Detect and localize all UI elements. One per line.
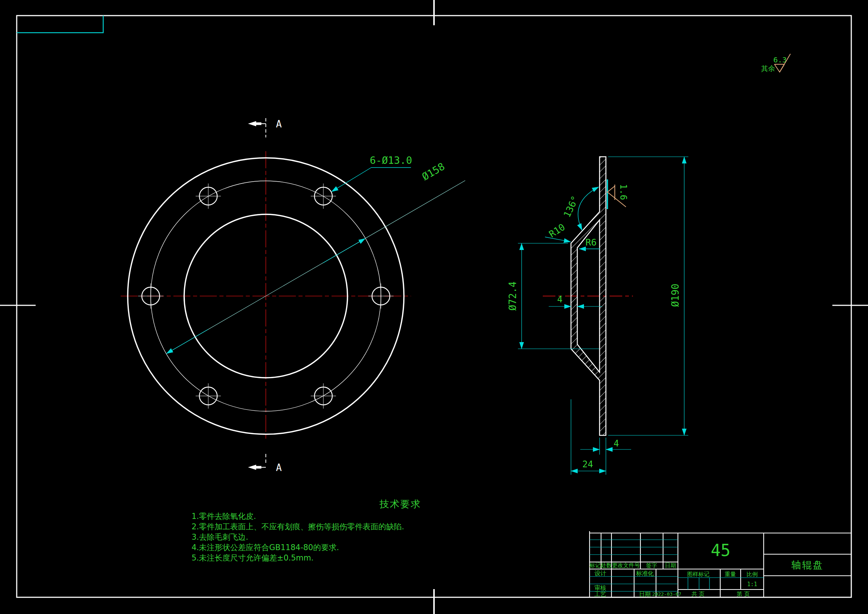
outer-diameter-label: Ø190 xyxy=(670,284,681,307)
side-roughness-value: 1.6 xyxy=(618,184,629,200)
fillet-outer-dimension: R10 xyxy=(545,221,570,242)
tech-item-5: 5.未注长度尺寸允许偏差±0.5mm. xyxy=(192,553,314,563)
frame-corner-box xyxy=(17,16,103,33)
rev-header-mark: 标记 xyxy=(589,562,601,569)
sheet-number-label: 第 页 xyxy=(737,591,750,597)
section-letter-top: A xyxy=(276,118,282,130)
process-label: 工艺 xyxy=(594,591,606,598)
material-value: 45 xyxy=(711,541,731,560)
hub-wall-label: 4 xyxy=(557,294,563,305)
weight-label: 重量 xyxy=(725,571,736,578)
tech-requirements-title: 技术要求 xyxy=(380,499,421,510)
section-mark-bottom: A xyxy=(248,454,282,473)
drawing-canvas: 其余 6.3 6-Ø13.0 xyxy=(0,0,868,614)
stamp-label: 图样标记 xyxy=(687,571,710,578)
bolt-circle-dimension: Ø158 xyxy=(166,160,465,354)
scale-value: 1:1 xyxy=(747,581,757,588)
holes-dimension: 6-Ø13.0 xyxy=(332,154,412,192)
total-sheets-label: 共 页 xyxy=(692,591,705,597)
section-mark-top: A xyxy=(248,118,282,137)
tech-item-4: 4.未注形状公差应符合GB1184-80的要求. xyxy=(192,543,339,552)
fillet-inner-label: R6 xyxy=(586,237,597,248)
default-roughness-note: 其余 6.3 xyxy=(761,54,790,72)
rev-header-docno: 更改文件号 xyxy=(612,562,640,569)
rev-header-sign: 签字 xyxy=(646,562,657,569)
depth-label: 24 xyxy=(583,459,593,469)
roughness-prefix: 其余 xyxy=(761,64,775,72)
date-value: 2022-03-07 xyxy=(652,591,681,597)
hub-diameter-label: Ø72.4 xyxy=(507,281,518,311)
tech-item-1: 1.零件去除氧化皮. xyxy=(192,512,256,521)
section-letter-bottom: A xyxy=(276,462,282,473)
scale-label: 比例 xyxy=(747,571,758,578)
rev-header-date: 日期 xyxy=(665,562,676,569)
tech-item-2: 2.零件加工表面上、不应有划痕、擦伤等损伤零件表面的缺陷. xyxy=(192,522,404,531)
scale-strip: 图样标记 重量 比例 1:1 共 页 第 页 xyxy=(687,571,758,597)
technical-requirements: 技术要求 1.零件去除氧化皮. 2.零件加工表面上、不应有划痕、擦伤等损伤零件表… xyxy=(192,499,421,563)
side-roughness: 1.6 xyxy=(608,179,629,209)
fillet-outer-label: R10 xyxy=(547,221,567,239)
tech-item-3: 3.去除毛刺飞边. xyxy=(192,533,248,542)
date-label: 日期 xyxy=(639,591,651,598)
standardization-label: 标准化 xyxy=(636,570,654,577)
front-view: 6-Ø13.0 Ø158 A A xyxy=(121,118,465,473)
bolt-circle-label: Ø158 xyxy=(420,160,446,182)
flange-wall-label: 4 xyxy=(614,438,619,449)
title-block: 标记 处数 更改文件号 签字 日期 设计 标准化 审核 工艺 日期 2022-0… xyxy=(589,531,851,598)
rev-header-count: 处数 xyxy=(601,562,612,569)
side-section-view: 1.6 136° R10 R6 Ø72.4 4 xyxy=(507,157,688,475)
holes-dimension-label: 6-Ø13.0 xyxy=(370,154,412,166)
cad-drawing-sheet[interactable]: 其余 6.3 6-Ø13.0 xyxy=(0,0,868,614)
sheet-border xyxy=(0,0,868,614)
design-label: 设计 xyxy=(594,570,606,577)
part-name: 轴辊盘 xyxy=(792,560,824,570)
